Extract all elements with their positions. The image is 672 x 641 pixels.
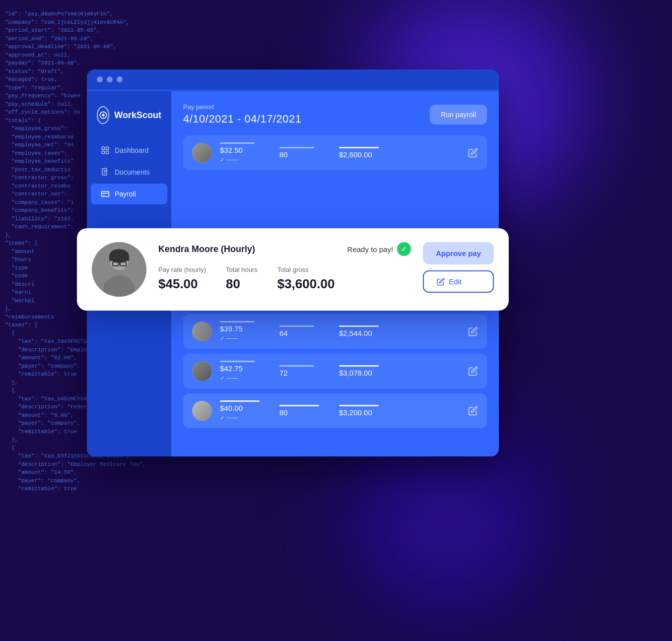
gross-field-4: $3,200.00 <box>339 405 379 417</box>
check-2: ✓ —— <box>220 335 260 342</box>
rate-value-3: $42.75 <box>220 364 260 373</box>
payroll-icon <box>101 190 110 198</box>
sidebar-item-payroll[interactable]: Payroll <box>91 184 167 204</box>
hours-line-4 <box>279 405 319 406</box>
hours-field-1: 80 <box>279 147 319 159</box>
gross-line-2 <box>339 325 379 327</box>
edit-icon-1[interactable] <box>468 148 478 158</box>
logo-icon <box>97 106 109 124</box>
expanded-info: Kendra Moore (Hourly) Ready to pay! ✓ Pa… <box>158 242 411 292</box>
total-gross-group: Total gross $3,600.00 <box>277 266 335 292</box>
avatar-2 <box>192 321 212 341</box>
dashboard-label: Dashboard <box>115 146 149 154</box>
pay-period-dates: 4/10/2021 - 04/17/2021 <box>183 113 302 126</box>
employee-name: Kendra Moore (Hourly) <box>158 244 255 255</box>
hours-line-3 <box>279 365 314 367</box>
svg-rect-2 <box>106 147 109 149</box>
svg-rect-6 <box>102 192 109 197</box>
edit-pencil-icon <box>437 278 445 286</box>
pay-rate-label: Pay rate (hourly) <box>158 266 206 273</box>
documents-label: Documents <box>115 168 150 176</box>
hours-value-4: 80 <box>279 408 319 417</box>
rate-line-1 <box>220 142 255 144</box>
expanded-header: Kendra Moore (Hourly) Ready to pay! ✓ <box>158 242 411 256</box>
avatar-1 <box>192 143 212 163</box>
rate-field-3: $42.75 ✓ —— <box>220 361 260 382</box>
rate-value-1: $32.50 <box>220 146 260 154</box>
window-dot-red <box>97 76 103 82</box>
gross-field-2: $2,544.00 <box>339 325 379 337</box>
edit-label: Edit <box>449 277 462 286</box>
ready-label: Ready to pay! <box>347 245 394 254</box>
employee-photo <box>92 242 146 297</box>
documents-icon <box>101 168 110 177</box>
hours-field-3: 72 <box>279 365 319 377</box>
edit-icon-4[interactable] <box>468 406 478 416</box>
gross-field-1: $2,600.00 <box>339 147 379 159</box>
gross-line-3 <box>339 365 379 367</box>
hours-field-2: 64 <box>279 325 319 337</box>
svg-rect-4 <box>106 151 109 154</box>
window-dot-yellow <box>107 76 113 82</box>
employee-row-3: $42.75 ✓ —— 72 $3,078.00 <box>183 354 487 388</box>
employee-row-1: $32.50 ✓ —— 80 $2,600.00 <box>183 135 487 170</box>
rate-value-4: $40.00 <box>220 404 260 412</box>
logo-area: WorkScout <box>87 101 171 139</box>
dashboard-icon <box>101 146 110 155</box>
total-gross-value: $3,600.00 <box>277 276 335 292</box>
approve-pay-button[interactable]: Approve pay <box>423 242 494 264</box>
hours-value-3: 72 <box>279 369 319 377</box>
hours-field-4: 80 <box>279 405 319 417</box>
pay-rate-group: Pay rate (hourly) $45.00 <box>158 266 206 292</box>
total-gross-label: Total gross <box>277 266 335 273</box>
rate-line-4 <box>220 400 260 402</box>
pay-period-header: Pay period 4/10/2021 - 04/17/2021 Run pa… <box>183 103 487 126</box>
svg-rect-3 <box>102 151 104 154</box>
run-payroll-button[interactable]: Run payroll <box>430 105 487 125</box>
hours-line-2 <box>279 325 314 327</box>
rate-value-2: $39.75 <box>220 324 260 333</box>
pay-rate-value: $45.00 <box>158 276 206 292</box>
window-chrome <box>87 69 499 89</box>
row-data-4: $40.00 ✓ —— 80 $3,200.00 <box>220 400 460 421</box>
total-hours-value: 80 <box>226 276 258 292</box>
gross-field-3: $3,078.00 <box>339 365 379 377</box>
check-4: ✓ —— <box>220 414 260 421</box>
expanded-avatar <box>92 242 146 297</box>
avatar-4 <box>192 401 212 421</box>
check-1: ✓ —— <box>220 156 260 163</box>
check-3: ✓ —— <box>220 375 260 382</box>
edit-button[interactable]: Edit <box>423 270 494 293</box>
pay-period-info: Pay period 4/10/2021 - 04/17/2021 <box>183 103 302 126</box>
gross-value-3: $3,078.00 <box>339 369 379 377</box>
sidebar-item-documents[interactable]: Documents <box>91 162 167 183</box>
gross-value-2: $2,544.00 <box>339 329 379 337</box>
total-hours-group: Total hours 80 <box>226 266 258 292</box>
payroll-label: Payroll <box>115 190 136 198</box>
edit-icon-3[interactable] <box>468 366 478 376</box>
hours-value-2: 64 <box>279 329 319 337</box>
sidebar-item-dashboard[interactable]: Dashboard <box>91 140 167 161</box>
gross-value-4: $3,200.00 <box>339 408 379 417</box>
expanded-employee-card: Kendra Moore (Hourly) Ready to pay! ✓ Pa… <box>77 228 509 311</box>
rate-field-2: $39.75 ✓ —— <box>220 321 260 342</box>
rate-line-3 <box>220 361 255 362</box>
avatar-3 <box>192 361 212 381</box>
logo-text: WorkScout <box>114 110 161 121</box>
row-data-1: $32.50 ✓ —— 80 $2,600.00 <box>220 142 460 163</box>
svg-rect-1 <box>102 147 104 149</box>
gross-line-4 <box>339 405 379 406</box>
rate-field-4: $40.00 ✓ —— <box>220 400 260 421</box>
total-hours-label: Total hours <box>226 266 258 273</box>
employee-row-4: $40.00 ✓ —— 80 $3,200.00 <box>183 393 487 428</box>
row-data-2: $39.75 ✓ —— 64 $2,544.00 <box>220 321 460 342</box>
pay-period-label: Pay period <box>183 103 302 111</box>
row-data-3: $42.75 ✓ —— 72 $3,078.00 <box>220 361 460 382</box>
rate-field-1: $32.50 ✓ —— <box>220 142 260 163</box>
edit-icon-2[interactable] <box>468 326 478 336</box>
hours-value-1: 80 <box>279 150 319 159</box>
gross-line-1 <box>339 147 379 148</box>
action-buttons: Approve pay Edit <box>423 242 494 293</box>
rate-line-2 <box>220 321 255 322</box>
hours-line-1 <box>279 147 314 148</box>
